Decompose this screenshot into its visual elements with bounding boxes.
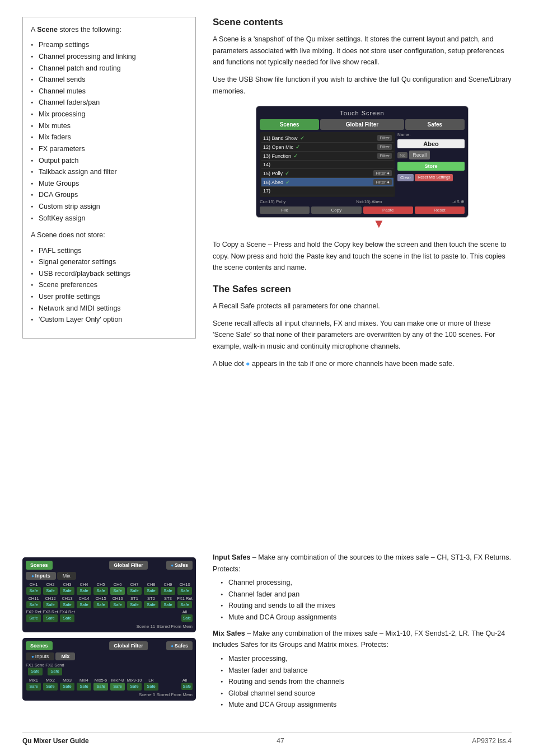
- safe-btn[interactable]: Safe: [48, 668, 62, 675]
- safe-btn[interactable]: Safe: [177, 601, 192, 609]
- ts-tab-scenes[interactable]: Scenes: [260, 119, 319, 130]
- safe-btn[interactable]: Safe: [144, 601, 158, 609]
- safe-btn[interactable]: Safe: [43, 587, 58, 595]
- safes-mix-subtab-mix[interactable]: Mix: [55, 652, 75, 660]
- list-item: Output patch: [31, 155, 188, 167]
- ts-right-panel: Name: Abeo No Recall Store Clear Reset M…: [397, 132, 465, 197]
- safe-btn[interactable]: Safe: [26, 601, 41, 609]
- ts-reset-btn2[interactable]: Reset: [415, 206, 465, 214]
- list-item: Signal generator settings: [31, 256, 188, 268]
- footer-center: 47: [277, 737, 284, 745]
- safe-btn[interactable]: Safe: [127, 587, 142, 595]
- safe-cell: CH10Safe: [177, 582, 193, 595]
- safes-tab-scenes[interactable]: Scenes: [26, 561, 53, 570]
- mix-safes-list: Master processing, Master fader and bala…: [213, 653, 512, 711]
- safe-cell: CH6Safe: [110, 582, 125, 595]
- safes-tab-safes[interactable]: ●Safes: [166, 561, 193, 570]
- down-arrow-icon: ▼: [373, 218, 385, 230]
- all-safe-btn[interactable]: Safe: [181, 614, 193, 622]
- ts-store-btn[interactable]: Store: [397, 162, 465, 171]
- all-safe-cell: All Safe: [177, 609, 193, 622]
- safe-btn[interactable]: Safe: [144, 587, 158, 595]
- ts-scene-item[interactable]: 12) Open Mic ✓ Filter: [261, 143, 394, 152]
- safe-btn[interactable]: Safe: [93, 587, 108, 595]
- safe-cell: Mix2Safe: [43, 678, 58, 691]
- ts-paste-btn[interactable]: Paste: [363, 206, 413, 214]
- safe-btn[interactable]: Safe: [43, 601, 58, 609]
- ts-copy-btn[interactable]: Copy: [311, 206, 361, 214]
- ts-scene-item[interactable]: 11) Band Show ✓ Filter: [261, 134, 394, 143]
- list-item: Channel mutes: [31, 86, 188, 97]
- safe-btn[interactable]: Safe: [60, 587, 74, 595]
- list-item: Channel processing and linking: [31, 51, 188, 63]
- ts-recall-btn[interactable]: Recall: [409, 151, 430, 159]
- safe-btn[interactable]: Safe: [93, 601, 108, 609]
- ts-scene-item[interactable]: 13) Function ✓ Filter: [261, 152, 394, 161]
- safe-btn-active[interactable]: Safe: [93, 683, 108, 691]
- safe-cell: FX3 RetSafe: [43, 609, 58, 622]
- ts-tab-safes[interactable]: Safes: [405, 119, 465, 130]
- safe-btn[interactable]: Safe: [127, 601, 142, 609]
- safe-btn[interactable]: Safe: [177, 587, 192, 595]
- ts-scene-item[interactable]: 15) Polly ✓ Filter ●: [261, 169, 394, 178]
- safe-btn[interactable]: Safe: [161, 601, 175, 609]
- safes-mix-tab-scenes[interactable]: Scenes: [26, 641, 53, 650]
- ts-name-value: Abeo: [397, 139, 465, 148]
- safe-btn[interactable]: Safe: [43, 683, 58, 691]
- safe-btn-active[interactable]: Safe: [110, 587, 125, 595]
- list-item: Channel sends: [31, 74, 188, 86]
- safes-subtab-mix[interactable]: Mix: [57, 572, 76, 580]
- safe-btn[interactable]: Safe: [43, 614, 58, 622]
- inputs-safes-ui: Scenes Global Filter ●Safes ●Inputs Mix …: [22, 557, 196, 632]
- ts-bottom-btns: File Copy Paste Reset: [260, 206, 465, 214]
- safe-btn[interactable]: Safe: [77, 683, 91, 691]
- safe-cell: CH9Safe: [160, 582, 176, 595]
- safes-mix-tab-safes[interactable]: ●Safes: [166, 641, 193, 650]
- ts-reset-btn[interactable]: Reset Mix Settings: [415, 174, 453, 181]
- ts-scene-item-active[interactable]: 16) Abeo ✓ Filter ●: [261, 178, 394, 187]
- list-item: User profile settings: [31, 291, 188, 303]
- safe-btn[interactable]: Safe: [127, 683, 142, 691]
- all-safe-btn2[interactable]: Safe: [181, 683, 193, 690]
- list-item: PAFL settings: [31, 245, 188, 257]
- bottom-right: Input Safes – Make any combination of th…: [213, 552, 512, 715]
- ts-tab-global-filter[interactable]: Global Filter: [320, 119, 404, 130]
- safe-btn[interactable]: Safe: [110, 601, 125, 609]
- not-store-intro: A Scene does not store:: [31, 229, 188, 241]
- safe-btn[interactable]: Safe: [28, 668, 43, 675]
- safes-mix-grid: FX1 SendSafe FX2 SendSafe: [26, 663, 193, 675]
- safes-tab-gf[interactable]: Global Filter: [109, 561, 148, 570]
- list-item: Channel patch and routing: [31, 63, 188, 74]
- safes-mix-tab-gf[interactable]: Global Filter: [109, 641, 148, 650]
- ts-scene-item[interactable]: 14): [261, 161, 394, 169]
- footer-left: Qu Mixer User Guide: [22, 737, 89, 745]
- safe-cell: LRSafe: [143, 678, 159, 691]
- ts-file-btn[interactable]: File: [260, 206, 310, 214]
- safe-btn[interactable]: Safe: [26, 614, 41, 622]
- safes-inputs-footer: Scene 11 Stored From Mem: [26, 624, 193, 629]
- ts-scene-item[interactable]: 17): [261, 187, 394, 195]
- arrow-container: ▼: [339, 218, 385, 230]
- safe-btn-active[interactable]: Safe: [110, 683, 125, 691]
- ts-clear-btn[interactable]: Clear: [397, 174, 414, 181]
- safe-btn[interactable]: Safe: [60, 614, 74, 622]
- safe-btn[interactable]: Safe: [77, 587, 91, 595]
- safes-subtab-inputs[interactable]: ●Inputs: [26, 572, 56, 580]
- safe-btn[interactable]: Safe: [60, 601, 74, 609]
- copy-scene-text: To Copy a Scene – Press and hold the Cop…: [213, 239, 512, 274]
- main-content: A Scene stores the following: Preamp set…: [22, 17, 512, 546]
- safe-btn[interactable]: Safe: [77, 601, 91, 609]
- safe-cell: CH8Safe: [143, 582, 159, 595]
- list-item: USB record/playback settings: [31, 268, 188, 280]
- ts-recall-note: No: [397, 152, 407, 158]
- safe-btn[interactable]: Safe: [60, 683, 74, 691]
- safes-mix-subtab-inputs[interactable]: ●Inputs: [26, 652, 54, 660]
- safe-btn[interactable]: Safe: [161, 587, 175, 595]
- safe-cell: CH7Safe: [127, 582, 142, 595]
- safe-btn[interactable]: Safe: [144, 683, 158, 691]
- safe-cell: FX1 RetSafe: [177, 596, 193, 609]
- scene-stores-box: A Scene stores the following: Preamp set…: [22, 17, 196, 339]
- ts-next-label: Nxt:16) Abeo: [356, 199, 382, 204]
- safe-btn[interactable]: Safe: [26, 587, 41, 595]
- safe-btn[interactable]: Safe: [26, 683, 41, 691]
